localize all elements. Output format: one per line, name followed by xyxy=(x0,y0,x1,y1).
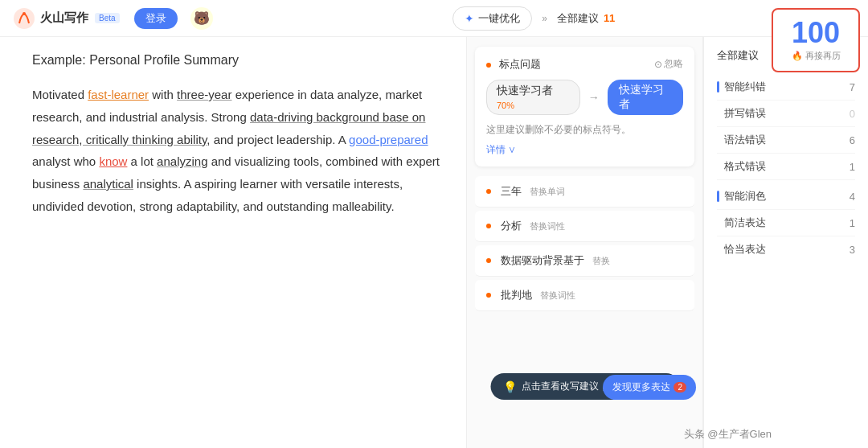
discover-btn[interactable]: 发现更多表达 2 xyxy=(603,375,696,400)
word-suggested[interactable]: 快速学习者 xyxy=(608,80,683,115)
fire-icon: 🔥 xyxy=(792,51,803,61)
item-label-2: 分析 xyxy=(501,219,522,233)
sidebar-label-3: 格式错误 xyxy=(724,159,766,174)
text-and: , and project leadership. A xyxy=(207,133,349,146)
score-label: 再接再历 xyxy=(805,50,841,62)
sidebar-item-grammar[interactable]: 语法错误 6 xyxy=(717,127,855,154)
sidebar-bar-icon xyxy=(717,81,719,92)
avatar-button[interactable]: 🐻 xyxy=(190,7,213,30)
suggestions-label: 全部建议 xyxy=(557,11,599,26)
score-sub: 🔥 再接再历 xyxy=(792,50,841,62)
arrow-icon: → xyxy=(588,91,600,104)
sidebar-label-5: 简洁表达 xyxy=(724,216,766,230)
item-label-3: 数据驱动背景基于 xyxy=(501,253,584,268)
logo-text: 火山写作 xyxy=(40,10,88,26)
item-label-1: 三年 xyxy=(501,184,522,199)
card-type-label: 标点问题 xyxy=(499,58,541,70)
text-fast-learner: fast-learner xyxy=(88,88,149,101)
word-original: 快速学习者 70% xyxy=(486,80,580,115)
main-layout: Example: Personal Profile Summary Motiva… xyxy=(0,37,868,448)
suggestions-count: 全部建议 11 xyxy=(557,11,615,26)
text-alot: a lot xyxy=(127,154,157,168)
sidebar-item-smart-correct-name: 智能纠错 xyxy=(717,80,766,94)
suggestion-card: 标点问题 ⊙ 忽略 快速学习者 70% → 快速学习者 这里建议删除不必要的标点… xyxy=(475,47,694,166)
discover-label: 发现更多表达 xyxy=(612,380,670,394)
sidebar-item-concise[interactable]: 简洁表达 1 xyxy=(717,210,855,236)
sidebar-count-5: 1 xyxy=(850,217,855,229)
optimize-label: 一键优化 xyxy=(478,11,520,26)
dot-icon-1 xyxy=(486,189,491,194)
discover-badge: 2 xyxy=(674,382,686,393)
card-header: 标点问题 ⊙ 忽略 xyxy=(486,56,683,72)
sidebar-count-4: 4 xyxy=(850,191,855,203)
sidebar-item-spell[interactable]: 拼写错误 0 xyxy=(717,101,855,127)
text-motivated: Motivated xyxy=(32,88,88,101)
sidebar-item-format[interactable]: 格式错误 1 xyxy=(717,154,855,180)
sidebar-item-format-name: 格式错误 xyxy=(717,159,766,174)
card-type: 标点问题 xyxy=(486,56,541,72)
sidebar-item-proper[interactable]: 恰当表达 3 xyxy=(717,236,855,262)
score-box: 100 🔥 再接再历 xyxy=(772,8,860,72)
text-with: with xyxy=(149,88,177,101)
ignore-label: 忽略 xyxy=(664,57,683,71)
card-type-dot xyxy=(486,63,491,68)
svg-point-1 xyxy=(23,12,26,15)
text-good-prepared: good-prepared xyxy=(349,133,428,146)
item-label-4: 批判地 xyxy=(501,288,532,302)
doc-title: Example: Personal Profile Summary xyxy=(32,53,442,68)
login-button[interactable]: 登录 xyxy=(134,8,178,29)
doc-body: Motivated fast-learner with three-year e… xyxy=(32,84,442,218)
sidebar-item-concise-name: 简洁表达 xyxy=(717,216,766,230)
logo-area: 火山写作 Beta 登录 🐻 xyxy=(13,7,213,30)
card-desc: 这里建议删除不必要的标点符号。 xyxy=(486,123,683,137)
bulb-icon: 💡 xyxy=(503,380,517,393)
sidebar-label-4: 智能润色 xyxy=(724,189,766,203)
word-comparison: 快速学习者 70% → 快速学习者 xyxy=(486,80,683,115)
optimize-icon: ✦ xyxy=(465,12,474,25)
watermark: 头条 @生产者Glen xyxy=(684,427,772,442)
chevron-icon: » xyxy=(542,13,547,24)
optimize-button[interactable]: ✦ 一键优化 xyxy=(452,6,532,31)
sidebar-count-3: 1 xyxy=(850,161,855,173)
right-sidebar: 全部建议 11 智能纠错 7 拼写错误 0 语法错误 6 格式错误 xyxy=(703,37,868,448)
sidebar-item-smart-correct[interactable]: 智能纠错 7 xyxy=(717,74,855,101)
sidebar-count-1: 0 xyxy=(850,108,855,120)
sidebar-item-spell-name: 拼写错误 xyxy=(717,106,766,121)
card-ignore-btn[interactable]: ⊙ 忽略 xyxy=(654,57,683,71)
sidebar-label-2: 语法错误 xyxy=(724,133,766,147)
beta-badge: Beta xyxy=(95,13,120,23)
sidebar-title: 全部建议 xyxy=(717,48,759,63)
sidebar-label-6: 恰当表达 xyxy=(724,242,766,257)
dot-icon-4 xyxy=(486,293,491,298)
sidebar-item-polish[interactable]: 智能润色 4 xyxy=(717,183,855,210)
logo-icon xyxy=(13,7,35,30)
item-tag-1: 替换单词 xyxy=(530,186,565,198)
sidebar-item-polish-name: 智能润色 xyxy=(717,189,766,203)
item-tag-2: 替换词性 xyxy=(530,220,565,232)
ignore-circle-icon: ⊙ xyxy=(654,59,662,70)
header: 火山写作 Beta 登录 🐻 ✦ 一键优化 » 全部建议 11 100 🔥 再接… xyxy=(0,0,868,37)
suggestion-item-4[interactable]: 批判地 替换词性 xyxy=(475,280,694,311)
dot-icon-3 xyxy=(486,258,491,263)
sidebar-label-1: 拼写错误 xyxy=(724,106,766,121)
score-number: 100 xyxy=(792,18,840,47)
suggestion-item-1[interactable]: 三年 替换单词 xyxy=(475,176,694,208)
sidebar-item-proper-name: 恰当表达 xyxy=(717,242,766,257)
card-detail-btn[interactable]: 详情 ∨ xyxy=(486,143,683,157)
sidebar-bar-icon-2 xyxy=(717,191,719,202)
suggestion-item-3[interactable]: 数据驱动背景基于 替换 xyxy=(475,245,694,277)
sidebar-count-2: 6 xyxy=(850,134,855,146)
dot-icon-2 xyxy=(486,224,491,228)
sidebar-count-6: 3 xyxy=(850,244,855,256)
header-center: ✦ 一键优化 » 全部建议 11 xyxy=(213,6,855,31)
text-analytical: analytical xyxy=(83,177,133,191)
sidebar-item-grammar-name: 语法错误 xyxy=(717,133,766,147)
sidebar-count-0: 7 xyxy=(850,81,855,93)
suggestions-number: 11 xyxy=(604,12,615,24)
sidebar-label-0: 智能纠错 xyxy=(724,80,766,94)
svg-point-0 xyxy=(14,8,35,29)
text-analyst: analyst who xyxy=(32,154,99,168)
suggestion-item-2[interactable]: 分析 替换词性 xyxy=(475,211,694,242)
text-analyzing: analyzing xyxy=(157,154,207,168)
editor-area: Example: Personal Profile Summary Motiva… xyxy=(0,37,466,448)
